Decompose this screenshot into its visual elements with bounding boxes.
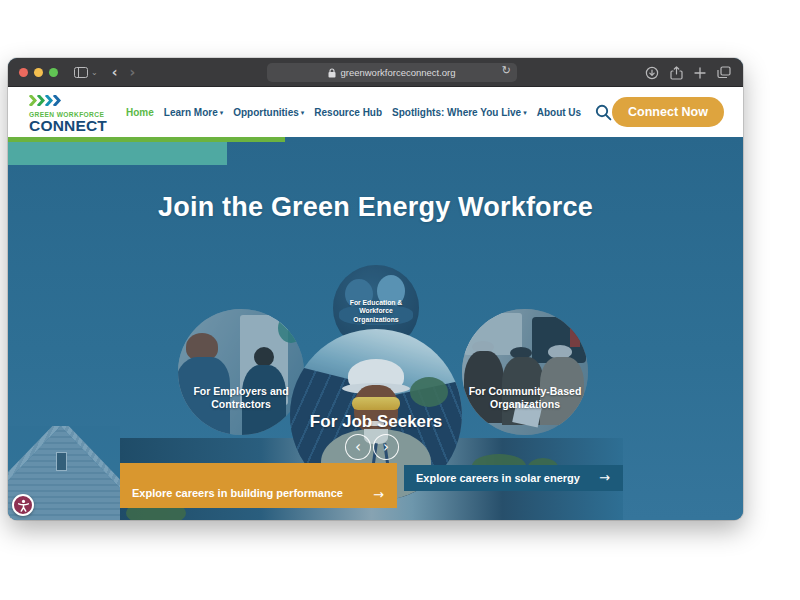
card-building-performance[interactable]: Explore careers in building performance … — [120, 463, 397, 508]
nav-item-opportunities[interactable]: Opportunities▾ — [233, 107, 304, 118]
accessibility-icon — [17, 499, 30, 512]
hero-title: Join the Green Energy Workforce — [8, 192, 743, 223]
new-tab-icon[interactable] — [694, 67, 706, 79]
hero-section: Join the Green Energy Workforce For Educ… — [8, 137, 743, 520]
sidebar-toggle-icon[interactable] — [74, 67, 88, 78]
search-button[interactable] — [595, 104, 612, 121]
nav-item-spotlights[interactable]: Spotlights: Where You Live▾ — [392, 107, 527, 118]
site-header: GREEN WORKFORCE CONNECT Home Learn More▾… — [8, 87, 743, 137]
audience-circle-employers[interactable]: For Employers and Contractors — [178, 309, 304, 435]
audience-label: For Job Seekers — [296, 411, 456, 432]
sidebar-chevron-icon[interactable]: ⌄ — [91, 68, 98, 77]
lock-icon — [328, 68, 336, 78]
traffic-light-minimize[interactable] — [34, 68, 43, 77]
photo-tint-overlay — [462, 309, 588, 435]
nav-item-learn-more[interactable]: Learn More▾ — [164, 107, 223, 118]
accessibility-button[interactable] — [12, 494, 34, 516]
card-label: Explore careers in solar energy — [416, 472, 580, 484]
downloads-icon[interactable] — [645, 66, 659, 80]
arrow-right-icon: → — [373, 487, 384, 502]
card-teal-partial[interactable] — [8, 142, 227, 165]
address-bar[interactable]: greenworkforceconnect.org ↻ — [267, 63, 517, 82]
logo-chevrons-icon — [29, 95, 71, 106]
connect-now-button[interactable]: Connect Now — [612, 97, 724, 127]
search-icon — [595, 104, 612, 121]
tab-overview-icon[interactable] — [717, 66, 731, 79]
browser-window: ⌄ ‹ › greenworkforceconnect.org ↻ — [8, 58, 743, 520]
nav-item-about-us[interactable]: About Us — [537, 107, 581, 118]
logo-text-bottom: CONNECT — [29, 117, 107, 135]
carousel-next-button[interactable]: › — [373, 434, 399, 460]
nav-item-resource-hub[interactable]: Resource Hub — [314, 107, 382, 118]
photo-tint-overlay — [178, 309, 304, 435]
audience-label: For Community-Based Organizations — [462, 385, 588, 411]
back-button[interactable]: ‹ — [112, 58, 118, 87]
main-nav: Home Learn More▾ Opportunities▾ Resource… — [126, 87, 612, 137]
forward-button[interactable]: › — [129, 58, 135, 87]
reload-button[interactable]: ↻ — [502, 64, 511, 77]
browser-toolbar: ⌄ ‹ › greenworkforceconnect.org ↻ — [8, 58, 743, 87]
card-solar-energy[interactable]: Explore careers in solar energy → — [404, 465, 623, 491]
chevron-down-icon: ▾ — [301, 109, 305, 116]
traffic-light-zoom[interactable] — [49, 68, 58, 77]
url-text: greenworkforceconnect.org — [340, 67, 455, 78]
card-label: Explore careers in building performance — [132, 487, 343, 499]
nav-item-home[interactable]: Home — [126, 107, 154, 118]
site-logo[interactable]: GREEN WORKFORCE CONNECT — [29, 92, 107, 135]
audience-circle-community[interactable]: For Community-Based Organizations — [462, 309, 588, 435]
audience-label: For Education & Workforce Organizations — [344, 299, 408, 324]
carousel-prev-button[interactable]: ‹ — [345, 434, 371, 460]
audience-label: For Employers and Contractors — [186, 385, 296, 411]
share-icon[interactable] — [670, 66, 683, 80]
chevron-down-icon: ▾ — [220, 109, 224, 116]
chevron-down-icon: ▾ — [523, 109, 527, 116]
arrow-right-icon: → — [599, 470, 610, 485]
traffic-light-close[interactable] — [19, 68, 28, 77]
